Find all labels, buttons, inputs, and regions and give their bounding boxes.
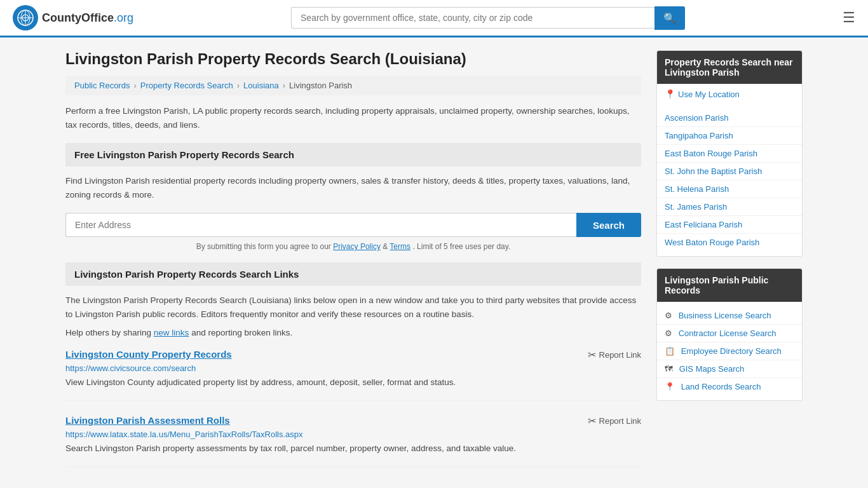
report-icon-1: ✂ [588,415,596,427]
hamburger-menu-button[interactable]: ☰ [843,10,855,26]
record-card-0: Livingston County Property Records ✂ Rep… [65,349,641,401]
location-pin-icon: 📍 [665,89,675,99]
parish-link-0[interactable]: Ascension Parish [665,113,728,123]
form-note-and: & [383,242,390,251]
nearby-section: Property Records Search near Livingston … [656,50,803,257]
employee-directory-icon: 📋 [665,346,675,356]
free-search-header: Free Livingston Parish Property Records … [65,143,641,166]
address-search-button[interactable]: Search [576,213,641,237]
links-section-header: Livingston Parish Property Records Searc… [65,262,641,286]
nearby-parish-list: Ascension Parish Tangipahoa Parish East … [657,104,802,256]
record-desc-0: View Livingston County adjudicated prope… [65,376,641,389]
use-location-row: 📍 Use My Location [657,84,802,104]
breadcrumb-current: Livingston Parish [289,81,352,90]
breadcrumb-sep-3: › [283,81,285,90]
breadcrumb-louisiana[interactable]: Louisiana [243,81,279,90]
parish-link-6[interactable]: East Feliciana Parish [665,220,742,229]
form-note-suffix: . Limit of 5 free uses per day. [412,242,510,251]
business-license-link[interactable]: Business License Search [679,311,771,320]
report-link-button-0[interactable]: ✂ Report Link [588,349,641,361]
contractor-license-icon: ⚙ [665,329,672,338]
parish-link-5[interactable]: St. James Parish [665,202,727,212]
parish-link-4[interactable]: St. Helena Parish [665,184,729,194]
header-search-button[interactable]: 🔍 [654,6,685,30]
parish-link-1[interactable]: Tangipahoa Parish [665,131,733,140]
form-note-prefix: By submitting this form you agree to our [196,242,331,251]
parish-link-2[interactable]: East Baton Rouge Parish [665,149,757,158]
privacy-policy-link[interactable]: Privacy Policy [333,242,381,251]
land-records-icon: 📍 [665,382,675,391]
record-card-0-header: Livingston County Property Records ✂ Rep… [65,349,641,361]
site-header: CountyOffice.org 🔍 ☰ [0,0,868,37]
logo-icon [13,5,38,30]
logo-name: CountyOffice [42,11,114,24]
header-search-input[interactable] [291,7,654,29]
help-text: Help others by sharing new links and rep… [65,328,641,337]
logo-org: .org [114,11,133,24]
public-records-section: Livingston Parish Public Records ⚙ Busin… [656,268,803,401]
record-title-1[interactable]: Livingston Parish Assessment Rolls [65,415,230,426]
contractor-license-link[interactable]: Contractor License Search [679,329,776,338]
parish-link-7[interactable]: West Baton Rouge Parish [665,238,759,247]
list-item: ⚙ Contractor License Search [657,325,802,342]
record-desc-1: Search Livingston Parish property assess… [65,442,641,455]
record-card-1-header: Livingston Parish Assessment Rolls ✂ Rep… [65,415,641,427]
list-item: Ascension Parish [657,109,802,127]
help-suffix-text: and reporting broken links. [191,328,292,337]
gis-maps-icon: 🗺 [665,364,673,374]
header-search-area: 🔍 [291,6,685,30]
public-records-title: Livingston Parish Public Records [657,269,802,302]
land-records-link[interactable]: Land Records Search [681,382,761,391]
list-item: 📋 Employee Directory Search [657,342,802,360]
employee-directory-link[interactable]: Employee Directory Search [681,346,782,356]
report-icon-0: ✂ [588,349,596,361]
breadcrumb-public-records[interactable]: Public Records [74,81,130,90]
record-card-1: Livingston Parish Assessment Rolls ✂ Rep… [65,415,641,467]
report-label-1: Report Link [599,416,641,426]
help-prefix: Help others by sharing [65,328,151,337]
address-input[interactable] [65,213,576,237]
breadcrumb-sep-2: › [237,81,240,90]
address-search-form: Search [65,213,641,237]
record-url-1[interactable]: https://www.latax.state.la.us/Menu_Paris… [65,430,641,439]
terms-link[interactable]: Terms [390,242,410,251]
logo-wordmark: CountyOffice.org [42,11,133,25]
sidebar: Property Records Search near Livingston … [656,50,803,481]
nearby-title: Property Records Search near Livingston … [657,51,802,84]
report-link-button-1[interactable]: ✂ Report Link [588,415,641,427]
search-icon: 🔍 [663,13,676,24]
list-item: ⚙ Business License Search [657,307,802,325]
breadcrumb-sep-1: › [133,81,136,90]
list-item: 📍 Land Records Search [657,378,802,395]
breadcrumb: Public Records › Property Records Search… [65,76,641,95]
list-item: East Feliciana Parish [657,216,802,234]
business-license-icon: ⚙ [665,311,672,320]
record-title-0[interactable]: Livingston County Property Records [65,349,232,360]
list-item: Tangipahoa Parish [657,127,802,145]
form-note: By submitting this form you agree to our… [65,242,641,251]
gis-maps-link[interactable]: GIS Maps Search [679,364,745,374]
list-item: East Baton Rouge Parish [657,145,802,163]
parish-link-3[interactable]: St. John the Baptist Parish [665,166,762,176]
main-layout: Livingston Parish Property Records Searc… [53,37,815,488]
links-intro: The Livingston Parish Property Records S… [65,294,641,321]
record-url-0[interactable]: https://www.civicsource.com/search [65,363,641,373]
list-item: St. John the Baptist Parish [657,163,802,180]
page-title: Livingston Parish Property Records Searc… [65,50,641,68]
list-item: West Baton Rouge Parish [657,234,802,251]
list-item: St. James Parish [657,198,802,216]
main-content: Livingston Parish Property Records Searc… [65,50,641,481]
public-records-list: ⚙ Business License Search ⚙ Contractor L… [657,302,802,400]
report-label-0: Report Link [599,350,641,360]
use-location-link[interactable]: Use My Location [678,90,740,99]
list-item: St. Helena Parish [657,180,802,198]
intro-text: Perform a free Livingston Parish, LA pub… [65,104,641,132]
new-links-link[interactable]: new links [154,328,189,337]
logo: CountyOffice.org [13,5,133,30]
free-search-desc: Find Livingston Parish residential prope… [65,174,641,201]
breadcrumb-property-records[interactable]: Property Records Search [140,81,233,90]
list-item: 🗺 GIS Maps Search [657,360,802,378]
